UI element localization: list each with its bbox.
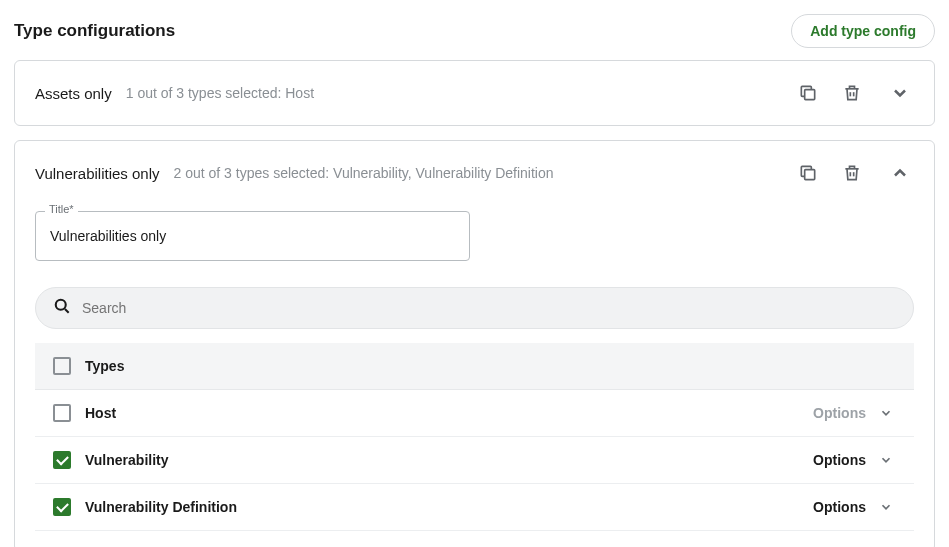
chevron-down-icon[interactable] bbox=[876, 500, 896, 514]
config-title: Vulnerabilities only bbox=[35, 165, 160, 182]
types-table-header: Types bbox=[35, 343, 914, 390]
card-header: Vulnerabilities only 2 out of 3 types se… bbox=[15, 141, 934, 205]
svg-rect-0 bbox=[805, 90, 815, 100]
config-subtitle: 2 out of 3 types selected: Vulnerability… bbox=[174, 165, 782, 181]
type-name: Vulnerability bbox=[85, 452, 813, 468]
row-checkbox[interactable] bbox=[53, 404, 71, 422]
page-title: Type configurations bbox=[14, 21, 175, 41]
row-checkbox[interactable] bbox=[53, 451, 71, 469]
svg-line-3 bbox=[65, 309, 69, 313]
card-body: Title* Types Host Options bbox=[15, 211, 934, 547]
options-label[interactable]: Options bbox=[813, 405, 866, 421]
config-title: Assets only bbox=[35, 85, 112, 102]
select-all-checkbox[interactable] bbox=[53, 357, 71, 375]
card-header: Assets only 1 out of 3 types selected: H… bbox=[15, 61, 934, 125]
add-type-config-button[interactable]: Add type config bbox=[791, 14, 935, 48]
trash-icon[interactable] bbox=[834, 155, 870, 191]
config-card-assets: Assets only 1 out of 3 types selected: H… bbox=[14, 60, 935, 126]
title-input[interactable] bbox=[35, 211, 470, 261]
type-name: Vulnerability Definition bbox=[85, 499, 813, 515]
title-field-wrap: Title* bbox=[35, 211, 470, 261]
table-row: Vulnerability Definition Options bbox=[35, 484, 914, 531]
row-checkbox[interactable] bbox=[53, 498, 71, 516]
title-field-label: Title* bbox=[45, 203, 78, 215]
type-name: Host bbox=[85, 405, 813, 421]
copy-icon[interactable] bbox=[790, 155, 826, 191]
types-column-header: Types bbox=[85, 358, 124, 374]
table-row: Host Options bbox=[35, 390, 914, 437]
search-input[interactable] bbox=[80, 299, 897, 317]
options-label[interactable]: Options bbox=[813, 499, 866, 515]
options-label[interactable]: Options bbox=[813, 452, 866, 468]
svg-rect-1 bbox=[805, 170, 815, 180]
config-subtitle: 1 out of 3 types selected: Host bbox=[126, 85, 782, 101]
chevron-down-icon[interactable] bbox=[876, 453, 896, 467]
types-table: Types Host Options Vulnerability Options bbox=[35, 343, 914, 531]
search-icon bbox=[52, 296, 80, 320]
chevron-up-icon[interactable] bbox=[878, 155, 914, 191]
svg-point-2 bbox=[56, 300, 66, 310]
trash-icon[interactable] bbox=[834, 75, 870, 111]
chevron-down-icon[interactable] bbox=[878, 75, 914, 111]
page-header: Type configurations Add type config bbox=[14, 14, 935, 48]
table-row: Vulnerability Options bbox=[35, 437, 914, 484]
config-card-vulnerabilities: Vulnerabilities only 2 out of 3 types se… bbox=[14, 140, 935, 547]
copy-icon[interactable] bbox=[790, 75, 826, 111]
search-wrap[interactable] bbox=[35, 287, 914, 329]
chevron-down-icon[interactable] bbox=[876, 406, 896, 420]
